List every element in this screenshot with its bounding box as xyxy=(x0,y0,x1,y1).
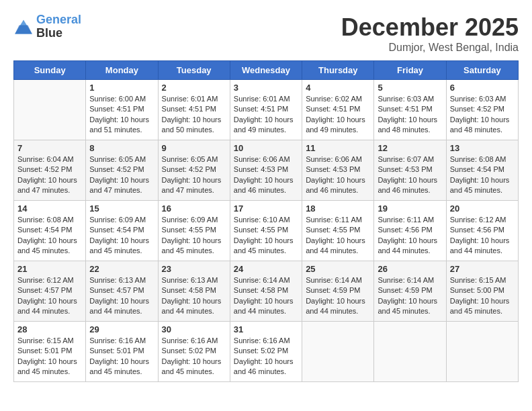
calendar-cell: 3Sunrise: 6:01 AMSunset: 4:51 PMDaylight… xyxy=(230,80,302,140)
daylight-info: and 44 minutes. xyxy=(17,306,82,316)
daylight-info: Daylight: 10 hours xyxy=(378,236,442,246)
daylight-info: and 46 minutes. xyxy=(378,185,442,195)
logo-text: General Blue xyxy=(36,13,81,40)
sunrise-info: Sunrise: 6:16 AM xyxy=(89,336,154,346)
daylight-info: Daylight: 10 hours xyxy=(89,236,154,246)
calendar-cell: 22Sunrise: 6:13 AMSunset: 4:57 PMDayligh… xyxy=(86,261,158,322)
sunrise-info: Sunrise: 6:15 AM xyxy=(17,336,82,346)
calendar-cell: 14Sunrise: 6:08 AMSunset: 4:54 PMDayligh… xyxy=(14,201,86,261)
day-number: 16 xyxy=(162,203,226,214)
day-number: 21 xyxy=(17,264,82,274)
daylight-info: Daylight: 10 hours xyxy=(378,115,442,125)
sunrise-info: Sunrise: 6:09 AM xyxy=(162,215,226,225)
calendar-cell: 5Sunrise: 6:03 AMSunset: 4:51 PMDaylight… xyxy=(374,80,446,140)
sunrise-info: Sunrise: 6:08 AM xyxy=(17,215,82,225)
daylight-info: and 45 minutes. xyxy=(89,246,154,256)
title-block: December 2025 Dumjor, West Bengal, India xyxy=(341,13,519,54)
calendar-cell: 16Sunrise: 6:09 AMSunset: 4:55 PMDayligh… xyxy=(158,201,230,261)
calendar-cell: 26Sunrise: 6:14 AMSunset: 4:59 PMDayligh… xyxy=(374,261,446,322)
sunrise-info: Sunrise: 6:01 AM xyxy=(162,94,226,104)
sunrise-info: Sunrise: 6:14 AM xyxy=(306,275,370,285)
sunset-info: Sunset: 4:59 PM xyxy=(378,285,442,295)
day-number: 28 xyxy=(17,324,82,334)
daylight-info: and 45 minutes. xyxy=(162,246,226,256)
daylight-info: and 44 minutes. xyxy=(378,246,442,256)
sunset-info: Sunset: 4:57 PM xyxy=(17,285,82,295)
sunrise-info: Sunrise: 6:11 AM xyxy=(378,215,442,225)
calendar-table: SundayMondayTuesdayWednesdayThursdayFrid… xyxy=(13,60,519,382)
calendar-body: 1Sunrise: 6:00 AMSunset: 4:51 PMDaylight… xyxy=(14,80,519,382)
sunrise-info: Sunrise: 6:06 AM xyxy=(234,154,298,165)
daylight-info: Daylight: 10 hours xyxy=(306,236,370,246)
sunset-info: Sunset: 4:55 PM xyxy=(234,225,298,235)
calendar-cell: 27Sunrise: 6:15 AMSunset: 5:00 PMDayligh… xyxy=(446,261,518,322)
calendar-cell: 28Sunrise: 6:15 AMSunset: 5:01 PMDayligh… xyxy=(14,322,86,382)
daylight-info: and 45 minutes. xyxy=(89,367,154,377)
sunset-info: Sunset: 4:53 PM xyxy=(306,165,370,175)
sunset-info: Sunset: 4:55 PM xyxy=(162,225,226,235)
day-number: 20 xyxy=(450,203,515,214)
sunset-info: Sunset: 4:54 PM xyxy=(17,225,82,235)
calendar-cell: 6Sunrise: 6:03 AMSunset: 4:52 PMDaylight… xyxy=(446,80,518,140)
calendar-cell: 17Sunrise: 6:10 AMSunset: 4:55 PMDayligh… xyxy=(230,201,302,261)
header-day-sunday: Sunday xyxy=(14,61,86,80)
calendar-cell: 29Sunrise: 6:16 AMSunset: 5:01 PMDayligh… xyxy=(86,322,158,382)
week-row-5: 28Sunrise: 6:15 AMSunset: 5:01 PMDayligh… xyxy=(14,322,519,382)
sunset-info: Sunset: 4:58 PM xyxy=(234,285,298,295)
header-day-saturday: Saturday xyxy=(446,61,518,80)
day-number: 4 xyxy=(306,83,370,93)
day-number: 31 xyxy=(234,324,298,334)
sunrise-info: Sunrise: 6:07 AM xyxy=(378,154,442,165)
calendar-cell: 19Sunrise: 6:11 AMSunset: 4:56 PMDayligh… xyxy=(374,201,446,261)
sunset-info: Sunset: 4:52 PM xyxy=(17,165,82,175)
daylight-info: and 46 minutes. xyxy=(306,185,370,195)
day-number: 11 xyxy=(306,143,370,153)
sunset-info: Sunset: 5:01 PM xyxy=(89,346,154,356)
calendar-cell: 2Sunrise: 6:01 AMSunset: 4:51 PMDaylight… xyxy=(158,80,230,140)
day-number: 7 xyxy=(17,143,82,153)
sunset-info: Sunset: 4:56 PM xyxy=(450,225,515,235)
header-day-monday: Monday xyxy=(86,61,158,80)
daylight-info: Daylight: 10 hours xyxy=(89,296,154,306)
calendar-header: SundayMondayTuesdayWednesdayThursdayFrid… xyxy=(14,61,519,80)
day-number: 15 xyxy=(89,203,154,214)
sunrise-info: Sunrise: 6:00 AM xyxy=(89,94,154,104)
day-number: 23 xyxy=(162,264,226,274)
daylight-info: Daylight: 10 hours xyxy=(306,115,370,125)
sunset-info: Sunset: 5:01 PM xyxy=(17,346,82,356)
day-number: 3 xyxy=(234,83,298,93)
daylight-info: Daylight: 10 hours xyxy=(89,115,154,125)
sunrise-info: Sunrise: 6:11 AM xyxy=(306,215,370,225)
sunrise-info: Sunrise: 6:13 AM xyxy=(162,275,226,285)
daylight-info: Daylight: 10 hours xyxy=(89,357,154,367)
daylight-info: Daylight: 10 hours xyxy=(450,115,515,125)
week-row-2: 7Sunrise: 6:04 AMSunset: 4:52 PMDaylight… xyxy=(14,140,519,201)
daylight-info: and 45 minutes. xyxy=(450,306,515,316)
daylight-info: and 45 minutes. xyxy=(234,246,298,256)
daylight-info: Daylight: 10 hours xyxy=(378,175,442,185)
calendar-cell: 13Sunrise: 6:08 AMSunset: 4:54 PMDayligh… xyxy=(446,140,518,201)
day-number: 2 xyxy=(162,83,226,93)
calendar-cell xyxy=(446,322,518,382)
day-number: 13 xyxy=(450,143,515,153)
header-day-tuesday: Tuesday xyxy=(158,61,230,80)
sunrise-info: Sunrise: 6:12 AM xyxy=(17,275,82,285)
daylight-info: and 49 minutes. xyxy=(234,125,298,135)
sunrise-info: Sunrise: 6:14 AM xyxy=(234,275,298,285)
daylight-info: Daylight: 10 hours xyxy=(17,296,82,306)
sunrise-info: Sunrise: 6:04 AM xyxy=(17,154,82,165)
daylight-info: and 44 minutes. xyxy=(162,306,226,316)
sunrise-info: Sunrise: 6:13 AM xyxy=(89,275,154,285)
sunrise-info: Sunrise: 6:09 AM xyxy=(89,215,154,225)
calendar-cell: 7Sunrise: 6:04 AMSunset: 4:52 PMDaylight… xyxy=(14,140,86,201)
sunset-info: Sunset: 4:52 PM xyxy=(89,165,154,175)
day-number: 26 xyxy=(378,264,442,274)
sunset-info: Sunset: 4:51 PM xyxy=(162,104,226,114)
daylight-info: Daylight: 10 hours xyxy=(234,115,298,125)
daylight-info: Daylight: 10 hours xyxy=(17,236,82,246)
daylight-info: and 51 minutes. xyxy=(89,125,154,135)
daylight-info: and 47 minutes. xyxy=(162,185,226,195)
sunset-info: Sunset: 5:02 PM xyxy=(162,346,226,356)
sunset-info: Sunset: 4:51 PM xyxy=(378,104,442,114)
day-number: 6 xyxy=(450,83,515,93)
